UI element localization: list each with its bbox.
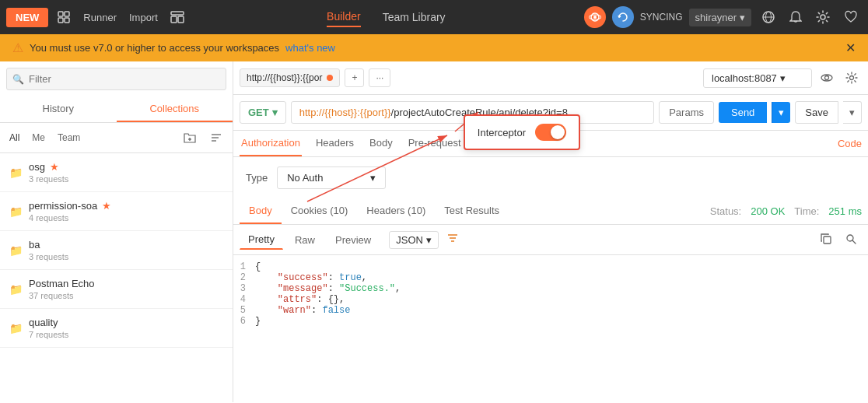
- tab-history[interactable]: History: [0, 96, 117, 122]
- save-button[interactable]: Save: [795, 101, 838, 124]
- method-select[interactable]: GET ▾: [240, 101, 286, 124]
- more-tabs-button[interactable]: ···: [369, 68, 390, 87]
- send-button[interactable]: Send: [719, 102, 767, 123]
- line-number: 2: [233, 272, 255, 283]
- interceptor-layout-icon-button[interactable]: [166, 6, 188, 28]
- filter-icon: [446, 232, 459, 244]
- body-tab-raw[interactable]: Raw: [286, 230, 324, 250]
- code-line: 2 "success": true,: [233, 272, 862, 283]
- star-icon: ★: [102, 200, 111, 212]
- environment-selector[interactable]: localhost:8087 ▾: [703, 68, 812, 88]
- filter-me[interactable]: Me: [29, 131, 48, 145]
- user-menu[interactable]: shirayner ▾: [689, 9, 751, 26]
- gear-icon: [816, 10, 830, 24]
- filter-all[interactable]: All: [6, 131, 23, 145]
- interceptor-orbit-icon[interactable]: [584, 6, 606, 28]
- list-item[interactable]: 📁 ba 3 requests: [0, 231, 233, 270]
- copy-icon: [820, 233, 832, 245]
- tab-headers[interactable]: Headers: [314, 131, 355, 156]
- collection-info: permission-soa ★ 4 requests: [29, 200, 223, 223]
- collection-requests: 37 requests: [29, 291, 223, 300]
- resp-tab-headers[interactable]: Headers (10): [357, 198, 435, 224]
- filter-response-button[interactable]: [442, 230, 464, 249]
- auth-type-label: Type: [246, 172, 268, 184]
- collection-info: Postman Echo 37 requests: [29, 278, 223, 300]
- layout-icon: [57, 10, 71, 24]
- response-body-right-icons: [815, 231, 862, 249]
- settings-env-icon-button[interactable]: [842, 68, 862, 88]
- sort-icon: [210, 131, 222, 144]
- settings-icon-button[interactable]: [812, 6, 834, 28]
- search-response-button[interactable]: [840, 231, 862, 249]
- code-link[interactable]: Code: [838, 138, 862, 149]
- layout-icon-button[interactable]: [53, 6, 75, 28]
- filter-team[interactable]: Team: [54, 131, 83, 145]
- add-tab-button[interactable]: +: [345, 68, 364, 87]
- collection-requests: 3 requests: [29, 252, 223, 261]
- resp-tab-body[interactable]: Body: [240, 198, 282, 224]
- sidebar: 🔍 History Collections All Me Team: [0, 61, 233, 402]
- sidebar-search-container: 🔍: [0, 61, 233, 96]
- svg-rect-3: [65, 18, 69, 23]
- eye-icon-button[interactable]: [817, 68, 837, 88]
- orbit-symbol: [589, 11, 601, 23]
- send-dropdown-button[interactable]: ▾: [772, 102, 790, 123]
- filter-icons: [180, 128, 226, 148]
- add-collection-icon-button[interactable]: [180, 128, 200, 148]
- interceptor-toggle[interactable]: [535, 124, 566, 141]
- collection-requests: 4 requests: [29, 213, 223, 223]
- sync-icon-circle[interactable]: [612, 6, 634, 28]
- topbar-center-nav: Builder Team Library: [193, 7, 579, 27]
- svg-point-21: [850, 76, 854, 80]
- collections-list: 📁 osg ★ 3 requests 📁 permission-soa ★: [0, 153, 233, 402]
- body-tab-pretty[interactable]: Pretty: [240, 230, 283, 250]
- list-item[interactable]: 📁 Postman Echo 37 requests: [0, 270, 233, 309]
- copy-response-button[interactable]: [815, 231, 837, 249]
- layout2-icon: [170, 10, 184, 24]
- nav-team-library[interactable]: Team Library: [383, 8, 446, 26]
- whats-new-link[interactable]: what's new: [285, 42, 335, 54]
- active-url-tab[interactable]: http://{{host}}:{{por: [240, 68, 340, 87]
- resp-tab-cookies[interactable]: Cookies (10): [282, 198, 358, 224]
- format-select[interactable]: JSON ▾: [389, 231, 439, 249]
- sidebar-filter-bar: All Me Team: [0, 123, 233, 153]
- save-dropdown-button[interactable]: ▾: [843, 101, 862, 124]
- sort-icon-button[interactable]: [206, 128, 226, 148]
- tab-body[interactable]: Body: [368, 131, 394, 156]
- search-icon: 🔍: [12, 74, 24, 85]
- list-item[interactable]: 📁 osg ★ 3 requests: [0, 153, 233, 192]
- search-response-icon: [845, 233, 857, 245]
- collection-name: permission-soa ★: [29, 200, 223, 212]
- svg-rect-25: [824, 237, 831, 244]
- import-button[interactable]: Import: [125, 8, 162, 27]
- filter-input[interactable]: [6, 68, 226, 90]
- folder-icon: 📁: [9, 205, 23, 218]
- time-value: 251 ms: [828, 205, 862, 217]
- main-layout: 🔍 History Collections All Me Team: [0, 61, 868, 402]
- bell-icon-button[interactable]: [786, 6, 806, 28]
- response-tabs-row: Body Cookies (10) Headers (10) Test Resu…: [233, 198, 868, 225]
- runner-button[interactable]: Runner: [79, 8, 121, 27]
- auth-type-select[interactable]: No Auth ▾: [277, 166, 386, 189]
- chevron-down-icon: ▾: [780, 72, 786, 84]
- globe-icon-button[interactable]: [758, 6, 779, 28]
- heart-icon-button[interactable]: [840, 6, 862, 28]
- tab-collections[interactable]: Collections: [117, 96, 233, 122]
- bell-icon: [789, 10, 802, 24]
- syncing-badge: SYNCING: [640, 12, 683, 23]
- interceptor-label: Interceptor: [478, 127, 526, 138]
- status-value: 200 OK: [751, 205, 785, 217]
- collection-name: quality: [29, 317, 223, 328]
- code-line: 3 "message": "Success.",: [233, 283, 862, 294]
- chevron-down-icon: ▾: [370, 172, 376, 184]
- list-item[interactable]: 📁 quality 7 requests: [0, 309, 233, 348]
- banner-close-button[interactable]: ✕: [845, 40, 856, 55]
- resp-tab-test-results[interactable]: Test Results: [435, 198, 509, 224]
- code-content: "success": true,: [255, 272, 367, 283]
- tab-authorization[interactable]: Authorization: [240, 131, 302, 156]
- list-item[interactable]: 📁 permission-soa ★ 4 requests: [0, 192, 233, 231]
- nav-builder[interactable]: Builder: [327, 7, 361, 27]
- params-button[interactable]: Params: [659, 101, 714, 124]
- body-tab-preview[interactable]: Preview: [327, 230, 380, 250]
- new-button[interactable]: NEW: [6, 8, 48, 27]
